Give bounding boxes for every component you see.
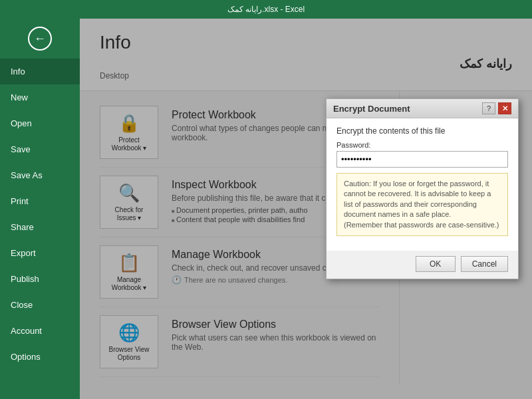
modal-overlay: Encrypt Document ? ✕ Encrypt the content… xyxy=(80,19,532,399)
caution-text: Caution: If you lose or forget the passw… xyxy=(336,173,508,236)
ok-button[interactable]: OK xyxy=(416,256,456,272)
modal-title: Encrypt Document xyxy=(333,104,410,114)
password-input[interactable] xyxy=(336,151,508,168)
back-button[interactable]: ← xyxy=(0,19,80,59)
modal-titlebar: Encrypt Document ? ✕ xyxy=(327,99,518,118)
sidebar-item-options[interactable]: Options xyxy=(0,344,80,370)
sidebar-item-close[interactable]: Close xyxy=(0,292,80,318)
window-title: رایانه کمک.xlsx - Excel xyxy=(227,5,305,14)
modal-subtitle: Encrypt the contents of this file xyxy=(336,126,508,136)
back-icon[interactable]: ← xyxy=(28,27,52,51)
sidebar-item-account[interactable]: Account xyxy=(0,318,80,344)
sidebar-item-share[interactable]: Share xyxy=(0,214,80,240)
sidebar-item-export[interactable]: Export xyxy=(0,240,80,266)
title-bar: رایانه کمک.xlsx - Excel xyxy=(0,0,532,19)
sidebar-item-open[interactable]: Open xyxy=(0,110,80,136)
modal-help-button[interactable]: ? xyxy=(482,102,495,114)
sidebar-item-save[interactable]: Save xyxy=(0,136,80,162)
sidebar-item-info[interactable]: Info xyxy=(0,59,80,84)
cancel-button[interactable]: Cancel xyxy=(461,256,508,272)
encrypt-dialog: Encrypt Document ? ✕ Encrypt the content… xyxy=(326,98,519,279)
modal-controls: ? ✕ xyxy=(482,102,511,114)
sidebar-item-new[interactable]: New xyxy=(0,84,80,110)
modal-body: Encrypt the contents of this file Passwo… xyxy=(327,118,518,251)
main-content: Info رایانه کمک Desktop 🔒 ProtectWorkboo… xyxy=(80,19,532,399)
modal-footer: OK Cancel xyxy=(327,251,518,279)
password-label: Password: xyxy=(336,141,508,149)
sidebar: ← Info New Open Save Save As Print Share… xyxy=(0,19,80,399)
sidebar-item-publish[interactable]: Publish xyxy=(0,266,80,292)
sidebar-item-save-as[interactable]: Save As xyxy=(0,162,80,188)
modal-close-button[interactable]: ✕ xyxy=(498,102,511,114)
sidebar-item-print[interactable]: Print xyxy=(0,188,80,214)
